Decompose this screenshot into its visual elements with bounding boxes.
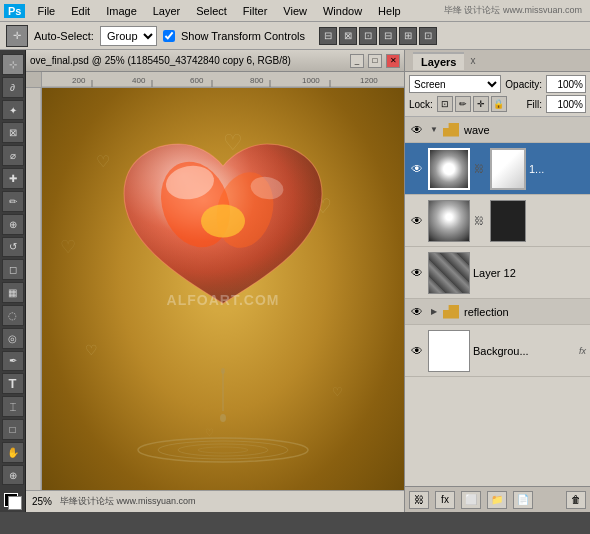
menu-filter[interactable]: Filter [239, 5, 271, 17]
menu-help[interactable]: Help [374, 5, 405, 17]
layer-thumbnail [428, 148, 470, 190]
marquee-tool[interactable]: ⊹ [2, 54, 24, 75]
layers-list[interactable]: 👁 ▼ wave 👁 ⛓ 1... 👁 [405, 117, 590, 486]
delete-layer-btn[interactable]: 🗑 [566, 491, 586, 509]
blend-mode-select[interactable]: Screen [409, 75, 501, 93]
water-ripple [133, 430, 313, 470]
color-swatch[interactable] [2, 491, 24, 512]
lasso-tool[interactable]: ∂ [2, 77, 24, 98]
clone-tool[interactable]: ⊕ [2, 214, 24, 235]
magic-wand-tool[interactable]: ✦ [2, 100, 24, 121]
layer-visibility-toggle[interactable]: 👁 [409, 304, 425, 320]
new-layer-btn[interactable]: 📄 [513, 491, 533, 509]
fill-input[interactable] [546, 95, 586, 113]
layer-visibility-toggle[interactable]: 👁 [409, 161, 425, 177]
tools-panel: ⊹ ∂ ✦ ⊠ ⌀ ✚ ✏ ⊕ ↺ ◻ ▦ ◌ ◎ ✒ T ⌶ □ ✋ ⊕ [0, 50, 26, 512]
blend-mode-row: Screen Opacity: [409, 75, 586, 93]
history-tool[interactable]: ↺ [2, 237, 24, 258]
win-close-btn[interactable]: ✕ [386, 54, 400, 68]
gradient-tool[interactable]: ▦ [2, 282, 24, 303]
add-fx-btn[interactable]: fx [435, 491, 455, 509]
pen-tool[interactable]: ✒ [2, 351, 24, 372]
status-zoom: 25% [32, 496, 52, 507]
align-right-icon[interactable]: ⊡ [359, 27, 377, 45]
menu-image[interactable]: Image [102, 5, 141, 17]
layer-mask-thumbnail [490, 200, 526, 242]
svg-text:600: 600 [190, 76, 204, 85]
vertical-ruler [26, 88, 42, 512]
add-mask-btn[interactable]: ⬜ [461, 491, 481, 509]
align-middle-icon[interactable]: ⊞ [399, 27, 417, 45]
layers-bottom-toolbar: ⛓ fx ⬜ 📁 📄 🗑 [405, 486, 590, 512]
bokeh-4: ♡ [332, 385, 352, 403]
layer-visibility-toggle[interactable]: 👁 [409, 213, 425, 229]
path-tool[interactable]: ⌶ [2, 396, 24, 417]
crop-tool[interactable]: ⊠ [2, 122, 24, 143]
lock-all-btn[interactable]: 🔒 [491, 96, 507, 112]
lock-position-btn[interactable]: ✛ [473, 96, 489, 112]
show-transform-checkbox[interactable] [163, 30, 175, 42]
win-maximize-btn[interactable]: □ [368, 54, 382, 68]
menu-window[interactable]: Window [319, 5, 366, 17]
link-layers-btn[interactable]: ⛓ [409, 491, 429, 509]
menu-file[interactable]: File [33, 5, 59, 17]
layer-row[interactable]: 👁 Layer 12 [405, 247, 590, 299]
layer-row[interactable]: 👁 ▼ wave [405, 117, 590, 143]
layer-expand-toggle[interactable]: ▶ [428, 306, 440, 318]
lock-icons: ⊡ ✏ ✛ 🔒 [437, 96, 507, 112]
eyedropper-tool[interactable]: ⌀ [2, 145, 24, 166]
brush-tool[interactable]: ✏ [2, 191, 24, 212]
zoom-tool[interactable]: ⊕ [2, 465, 24, 486]
new-group-btn[interactable]: 📁 [487, 491, 507, 509]
svg-point-24 [198, 447, 248, 453]
dodge-tool[interactable]: ◎ [2, 328, 24, 349]
svg-text:800: 800 [250, 76, 264, 85]
heal-tool[interactable]: ✚ [2, 168, 24, 189]
horizontal-ruler: 200 400 600 800 1000 1200 [26, 72, 404, 88]
menu-layer[interactable]: Layer [149, 5, 185, 17]
opacity-input[interactable] [546, 75, 586, 93]
layer-row[interactable]: 👁 Backgrou... fx [405, 325, 590, 377]
layer-name: Layer 12 [473, 267, 586, 279]
main-canvas[interactable]: ♡ ♡ ♡ ♡ ♡ ♡ ♡ [42, 88, 404, 512]
layer-name: 1... [529, 163, 586, 175]
layers-tab-label[interactable]: Layers [413, 52, 464, 70]
opacity-label: Opacity: [505, 79, 542, 90]
menu-edit[interactable]: Edit [67, 5, 94, 17]
layer-expand-toggle[interactable]: ▼ [428, 124, 440, 136]
heart-image [113, 122, 333, 342]
layer-name: wave [464, 124, 586, 136]
hand-tool[interactable]: ✋ [2, 442, 24, 463]
eraser-tool[interactable]: ◻ [2, 259, 24, 280]
svg-point-15 [201, 204, 245, 237]
layer-row[interactable]: 👁 ▶ reflection [405, 299, 590, 325]
shape-tool[interactable]: □ [2, 419, 24, 440]
lock-transparent-btn[interactable]: ⊡ [437, 96, 453, 112]
ps-logo[interactable]: Ps [4, 4, 25, 18]
layer-row[interactable]: 👁 ⛓ [405, 195, 590, 247]
menu-select[interactable]: Select [192, 5, 231, 17]
layer-thumbnail [428, 330, 470, 372]
layer-row[interactable]: 👁 ⛓ 1... [405, 143, 590, 195]
status-info: 毕绛设计论坛 www.missyuan.com [60, 495, 196, 508]
align-center-icon[interactable]: ⊠ [339, 27, 357, 45]
align-top-icon[interactable]: ⊟ [379, 27, 397, 45]
layer-chain-icon: ⛓ [473, 215, 485, 227]
align-left-icon[interactable]: ⊟ [319, 27, 337, 45]
move-tool-icon[interactable]: ✛ [6, 25, 28, 47]
menu-bar: Ps File Edit Image Layer Select Filter V… [0, 0, 590, 22]
auto-select-label: Auto-Select: [34, 30, 94, 42]
layer-visibility-toggle[interactable]: 👁 [409, 343, 425, 359]
layer-visibility-toggle[interactable]: 👁 [409, 265, 425, 281]
layer-chain-icon: ⛓ [473, 163, 485, 175]
menu-view[interactable]: View [279, 5, 311, 17]
layers-tab-close[interactable]: x [470, 55, 475, 66]
document-titlebar: ove_final.psd @ 25% (1185450_43742840 co… [26, 50, 404, 72]
lock-pixels-btn[interactable]: ✏ [455, 96, 471, 112]
blur-tool[interactable]: ◌ [2, 305, 24, 326]
auto-select-dropdown[interactable]: Group [100, 26, 157, 46]
align-bottom-icon[interactable]: ⊡ [419, 27, 437, 45]
text-tool[interactable]: T [2, 373, 24, 394]
layer-visibility-toggle[interactable]: 👁 [409, 122, 425, 138]
win-minimize-btn[interactable]: _ [350, 54, 364, 68]
